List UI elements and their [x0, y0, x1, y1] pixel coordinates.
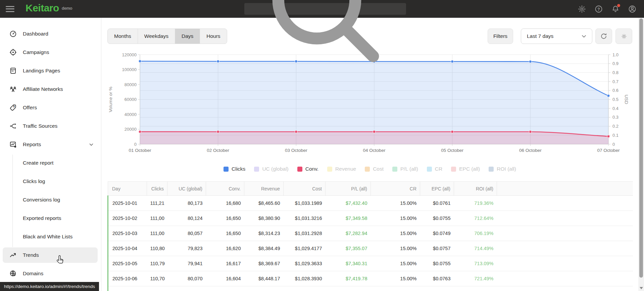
cell-conv: 16,617: [206, 256, 244, 271]
cell-uc-global: 80,124: [167, 211, 206, 226]
sidebar-item-label: Affiliate Networks: [23, 86, 63, 92]
cell-day: 2025-10-01: [108, 196, 147, 211]
sidebar-item-offers[interactable]: $Offers: [3, 100, 98, 115]
table-row: 2025-10-06110,7080,07016,604$8,448.17$1,…: [108, 271, 633, 286]
scrollbar-thumb[interactable]: [639, 18, 643, 278]
cell-p-l-all: $7,432.40: [326, 196, 371, 211]
legend-item-uc-global[interactable]: UC (global): [254, 166, 288, 172]
cell-revenue: $8,380.90: [244, 211, 284, 226]
legend-swatch: [254, 167, 259, 172]
cell-cost: $1,029.3633: [284, 256, 326, 271]
svg-text:100000: 100000: [122, 67, 137, 72]
sidebar-item-exported-reports[interactable]: Exported reports: [3, 211, 98, 226]
cell-clicks: 111,21: [147, 196, 167, 211]
tab-months[interactable]: Months: [108, 29, 138, 44]
global-search: [244, 3, 406, 15]
legend-item-clicks[interactable]: Clicks: [224, 166, 245, 172]
svg-text:120000: 120000: [122, 52, 137, 57]
sidebar-item-conversions-log[interactable]: Conversions log: [3, 192, 98, 208]
svg-text:0.8: 0.8: [612, 70, 618, 75]
svg-text:0.5: 0.5: [612, 97, 618, 102]
date-range-select[interactable]: Last 7 days: [521, 28, 592, 44]
sidebar-item-clicks-log[interactable]: Clicks log: [3, 174, 98, 189]
cell-epc-all: $0.0749: [420, 226, 454, 241]
svg-text:1.0: 1.0: [612, 52, 618, 57]
help-icon[interactable]: ?: [594, 5, 603, 13]
cell-cost: $1,031.2928: [284, 226, 326, 241]
cell-cr: 15.00%: [371, 256, 420, 271]
cell-cr: 15.00%: [371, 271, 420, 286]
refresh-button[interactable]: [595, 28, 612, 44]
chart-settings-button[interactable]: [615, 28, 632, 44]
legend-swatch: [392, 167, 397, 172]
sidebar-item-dashboard[interactable]: Dashboard: [3, 26, 98, 42]
cell-cr: 15.00%: [371, 226, 420, 241]
svg-text:Volume or %: Volume or %: [108, 86, 113, 112]
cell-epc-all: $0.0755: [420, 256, 454, 271]
legend-item-revenue[interactable]: Revenue: [327, 166, 356, 172]
status-bar-url: https://demo.keitaro.io/admin/#!/trends/…: [0, 282, 99, 291]
sidebar-item-label: Traffic Sources: [23, 123, 57, 129]
sidebar-item-trends[interactable]: Trends: [3, 247, 98, 263]
sidebar-item-reports[interactable]: Reports: [3, 137, 98, 152]
cell-cr: 15.00%: [371, 286, 420, 291]
cell-revenue: $8,465.60: [244, 196, 284, 211]
legend-swatch: [297, 167, 302, 172]
cell-conv: 16,650: [206, 226, 244, 241]
tab-weekdays[interactable]: Weekdays: [138, 29, 175, 44]
cell-filler: [497, 286, 633, 291]
topbar: Keitarodemo ?: [0, 0, 644, 18]
vertical-scrollbar: [638, 18, 644, 291]
sidebar-item-domains[interactable]: Domains: [3, 266, 98, 281]
notifications-bell-icon[interactable]: [611, 5, 620, 13]
svg-text:0: 0: [134, 142, 137, 147]
cell-conv: 16,620: [206, 241, 244, 256]
legend-item-cr[interactable]: CR: [427, 166, 442, 172]
tab-hours[interactable]: Hours: [200, 29, 227, 44]
sidebar-item-traffic-sources[interactable]: Traffic Sources: [3, 118, 98, 134]
refresh-icon: [600, 33, 607, 40]
legend-item-p-l-all[interactable]: P/L (all): [392, 166, 418, 172]
cell-filler: [497, 256, 633, 271]
svg-text:0.4: 0.4: [612, 106, 618, 111]
scroll-down-arrow-icon[interactable]: [640, 287, 643, 289]
keitaro-trends-page: { "topbar": { "logo": "Keitaro", "env_la…: [0, 0, 644, 291]
sidebar-item-label: Conversions log: [23, 197, 60, 203]
keitaro-logo[interactable]: Keitarodemo: [26, 0, 72, 19]
cell-revenue: $8,314.23: [244, 226, 284, 241]
legend-swatch: [327, 167, 332, 172]
sidebar-item-campaigns[interactable]: Campaigns: [3, 45, 98, 60]
cell-clicks: 110,79: [147, 256, 167, 271]
sidebar-item-landings-pages[interactable]: Landings Pages: [3, 63, 98, 78]
legend-label: CR: [435, 166, 442, 172]
svg-text:06 October: 06 October: [519, 148, 542, 153]
legend-item-epc-all[interactable]: EPC (all): [451, 166, 480, 172]
chevron-down-icon: [581, 33, 587, 40]
cell-cost: $517.0000: [284, 286, 326, 291]
svg-text:?: ?: [597, 7, 600, 11]
gear-icon: [621, 33, 627, 40]
cell-epc-all: $0.0757: [420, 241, 454, 256]
cell-uc-global: 79,823: [167, 241, 206, 256]
trends-table: DayClicksUC (global)Conv.RevenueCostP/L …: [107, 181, 633, 291]
svg-text:04 October: 04 October: [363, 148, 386, 153]
cell-day: 2025-10-05: [108, 256, 147, 271]
sidebar-item-affiliate-networks[interactable]: Affiliate Networks: [3, 81, 98, 97]
legend-label: EPC (all): [459, 166, 480, 172]
filters-button[interactable]: Filters: [488, 28, 513, 44]
table-row: 2025-10-02111,0080,12416,650$8,380.90$1,…: [108, 211, 633, 226]
offers-icon: $: [9, 104, 17, 111]
account-icon[interactable]: [628, 5, 637, 13]
sidebar-item-black-and-white-lists[interactable]: Black and White Lists: [3, 229, 98, 244]
search-icon: [249, 0, 403, 86]
sidebar-item-create-report[interactable]: Create report: [3, 155, 98, 171]
legend-label: ROI (all): [497, 166, 516, 172]
legend-item-roi-all[interactable]: ROI (all): [489, 166, 516, 172]
hamburger-menu-icon[interactable]: [6, 6, 14, 12]
legend-item-cost[interactable]: Cost: [365, 166, 384, 172]
legend-item-conv[interactable]: Conv.: [297, 166, 318, 172]
cell-clicks: 110,70: [147, 271, 167, 286]
settings-gear-icon[interactable]: [578, 5, 586, 13]
tab-days[interactable]: Days: [175, 29, 200, 44]
svg-text:$: $: [13, 105, 15, 108]
